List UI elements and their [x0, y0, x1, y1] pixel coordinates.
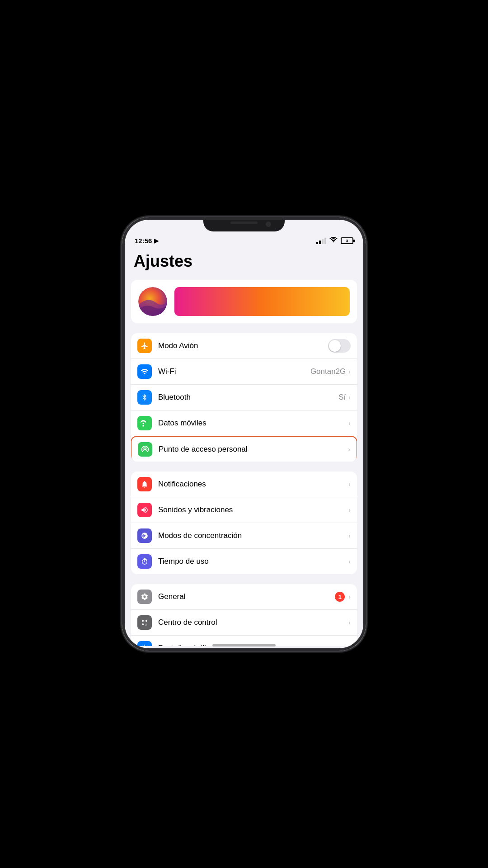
- airplane-label: Modo Avión: [158, 341, 328, 350]
- screentime-row[interactable]: Tiempo de uso ›: [131, 549, 357, 574]
- profile-card[interactable]: [131, 280, 357, 323]
- controlcenter-row[interactable]: Centro de control ›: [131, 610, 357, 636]
- airplane-toggle[interactable]: [328, 339, 351, 353]
- hotspot-icon: [138, 442, 152, 457]
- home-indicator: [212, 644, 276, 646]
- cellular-chevron: ›: [348, 420, 351, 427]
- status-left: 12:56 ▶: [135, 237, 159, 245]
- display-icon: [137, 641, 152, 646]
- cellular-label: Datos móviles: [158, 419, 348, 428]
- general-row[interactable]: General 1 ›: [131, 584, 357, 610]
- bluetooth-label: Bluetooth: [158, 393, 338, 402]
- notifications-row[interactable]: Notificaciones ›: [131, 472, 357, 497]
- avatar: [138, 287, 167, 316]
- cellular-icon: [137, 416, 152, 430]
- svg-point-5: [142, 623, 144, 625]
- notifications-label: Notificaciones: [158, 480, 348, 489]
- general-chevron: ›: [348, 593, 351, 600]
- wifi-row-icon: [137, 364, 152, 379]
- signal-icon: [316, 238, 326, 244]
- general-badge: 1: [335, 592, 345, 602]
- controlcenter-chevron: ›: [348, 619, 351, 626]
- svg-point-3: [142, 620, 144, 622]
- sounds-chevron: ›: [348, 506, 351, 514]
- bluetooth-value: Sí: [338, 393, 346, 402]
- hotspot-label: Punto de acceso personal: [159, 445, 348, 454]
- sounds-row[interactable]: Sonidos y vibraciones ›: [131, 497, 357, 523]
- focus-row[interactable]: Modos de concentración ›: [131, 523, 357, 549]
- controlcenter-label: Centro de control: [158, 618, 348, 627]
- svg-rect-2: [143, 425, 144, 427]
- front-camera: [266, 222, 271, 227]
- wifi-label: Wi-Fi: [158, 367, 310, 376]
- svg-point-4: [145, 620, 147, 622]
- sounds-icon: [137, 503, 152, 517]
- hotspot-chevron: ›: [348, 446, 350, 453]
- notifications-icon: [137, 477, 152, 491]
- bluetooth-row[interactable]: Bluetooth Sí ›: [131, 385, 357, 410]
- battery-icon: 3: [341, 237, 353, 244]
- hotspot-row[interactable]: Punto de acceso personal ›: [131, 436, 357, 462]
- bluetooth-icon: [137, 390, 152, 405]
- airplane-mode-row[interactable]: Modo Avión: [131, 333, 357, 359]
- focus-icon: [137, 528, 152, 543]
- time-label: 12:56: [135, 237, 152, 245]
- connectivity-section: Modo Avión Wi-Fi Gontan2G ›: [131, 333, 357, 462]
- wifi-row[interactable]: Wi-Fi Gontan2G ›: [131, 359, 357, 385]
- page-title: Ajustes: [134, 252, 357, 271]
- general-icon: [137, 590, 152, 604]
- wifi-value: Gontan2G: [310, 367, 346, 376]
- controlcenter-icon: [137, 615, 152, 630]
- notch: [203, 217, 285, 231]
- status-right: 3: [316, 237, 353, 245]
- phone-frame: 12:56 ▶: [122, 217, 366, 651]
- bluetooth-chevron: ›: [348, 394, 351, 401]
- settings-content: Ajustes: [122, 248, 366, 646]
- notifications-chevron: ›: [348, 481, 351, 488]
- cellular-row[interactable]: Datos móviles ›: [131, 410, 357, 436]
- screen: 12:56 ▶: [122, 217, 366, 651]
- notifications-section: Notificaciones › Sonidos y vibraciones ›: [131, 472, 357, 574]
- screentime-chevron: ›: [348, 558, 351, 565]
- airplane-icon: [137, 339, 152, 353]
- profile-name-bar: [174, 287, 350, 316]
- svg-rect-6: [145, 624, 148, 625]
- wifi-status-icon: [329, 237, 338, 245]
- location-icon: ▶: [154, 237, 159, 244]
- screentime-label: Tiempo de uso: [158, 557, 348, 566]
- wifi-chevron: ›: [348, 368, 351, 375]
- general-section: General 1 › Centro: [131, 584, 357, 646]
- focus-label: Modos de concentración: [158, 531, 348, 540]
- speaker: [230, 222, 258, 224]
- svg-rect-7: [145, 625, 147, 626]
- display-chevron: ›: [348, 645, 351, 646]
- screentime-icon: [137, 554, 152, 569]
- focus-chevron: ›: [348, 532, 351, 539]
- general-label: General: [158, 592, 335, 601]
- sounds-label: Sonidos y vibraciones: [158, 505, 348, 514]
